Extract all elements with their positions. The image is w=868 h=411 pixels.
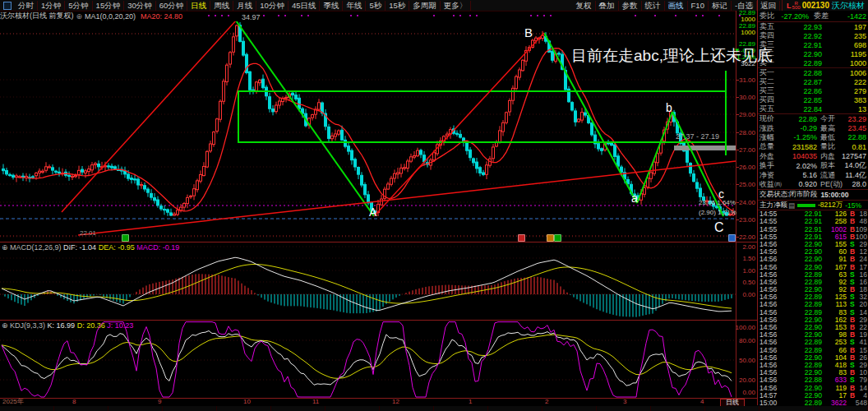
queue-row-bid: 买三22.86279 (758, 86, 868, 95)
month-label-2025年[interactable]: 2025年 (2, 399, 24, 405)
menu-item-季线[interactable]: 季线 (320, 1, 343, 11)
menu-item-更多〉[interactable]: 更多〉 (441, 1, 472, 11)
month-label-3[interactable]: 3 (623, 399, 626, 405)
axis-tick (736, 167, 739, 168)
menu-item-复权[interactable]: 复权 (573, 1, 596, 11)
chart-title-bar: 沃尔核材(日线 前复权) ⊕ MA1(0,0,20,20) MA20: 24.8… (0, 11, 736, 21)
bottom-toolbar-cell[interactable] (271, 406, 326, 411)
menu-item-参数[interactable]: 参数 (619, 1, 642, 11)
pane-divider[interactable] (0, 320, 757, 321)
menu-item-F10[interactable]: F10 (688, 1, 709, 11)
menu-item-10分钟[interactable]: 10分钟 (256, 1, 289, 11)
menu-item-标记[interactable]: 标记 (709, 1, 732, 11)
queue-price: 22.90 (786, 50, 822, 58)
resistance-band (674, 145, 736, 150)
queue-vol: 383 (824, 96, 866, 104)
bottom-toolbar-cell[interactable] (108, 406, 163, 411)
menu-item-画线[interactable]: 画线 (665, 1, 688, 11)
weibi-value: -27.20% (776, 12, 809, 21)
trading-status: 交易状态:闭市阶段 (758, 190, 817, 200)
menu-item-15分钟[interactable]: 15分钟 (93, 1, 125, 11)
menu-item-返回[interactable]: 返回 (757, 1, 780, 11)
macd-chart[interactable] (0, 242, 736, 320)
menu-item-60分钟[interactable]: 60分钟 (156, 1, 188, 11)
tick-price: 22.88 (791, 376, 822, 384)
stat-label: 收益㈣ (758, 179, 782, 190)
menu-item-叠加[interactable]: 叠加 (596, 1, 619, 11)
stat-row: 涨跌-0.29最高23.45 (758, 123, 868, 132)
month-label-11[interactable]: 11 (312, 399, 319, 405)
bottom-toolbar-cell[interactable] (488, 406, 542, 411)
bottom-toolbar-cell[interactable] (705, 406, 760, 411)
kdj-axis-label: 0.00 (742, 389, 755, 396)
macd-axis-label: 0.50 (742, 279, 755, 286)
menu-item-周线[interactable]: 周线 (210, 1, 233, 11)
stat-row: 涨幅-1.25%最低22.88 (758, 133, 868, 142)
trend-line (374, 33, 544, 216)
bottom-toolbar-cell[interactable] (434, 406, 488, 411)
bottom-toolbar-cell[interactable] (380, 406, 434, 411)
queue-vol: 1000 (824, 59, 866, 67)
tick-list: 14:5522.91126B1814:5522.91258B4814:5522.… (758, 210, 868, 407)
period-menu: 分时1分钟5分钟15分钟30分钟60分钟日线周线月线10分钟45日线季线年线5秒… (15, 1, 471, 11)
bottom-toolbar-cell[interactable] (163, 406, 217, 411)
time-axis: 2025年891011121234 (0, 399, 757, 405)
menu-item-统计[interactable]: 统计 (642, 1, 665, 11)
menu-item-年线[interactable]: 年线 (343, 1, 366, 11)
bottom-toolbar-cell[interactable] (542, 406, 597, 411)
tick-price: 22.89 (791, 399, 822, 407)
month-label-2[interactable]: 2 (545, 399, 548, 405)
menu-item-多周期[interactable]: 多周期 (409, 1, 441, 11)
stat-value: 23.29 (830, 115, 866, 123)
fund-label: 主力净额 (758, 201, 787, 210)
month-label-9[interactable]: 9 (158, 399, 161, 405)
month-label-4[interactable]: 4 (700, 399, 704, 405)
top-menu-bar: 分时1分钟5分钟15分钟30分钟60分钟日线周线月线10分钟45日线季线年线5秒… (0, 0, 868, 12)
menu-item-日线[interactable]: 日线 (187, 1, 210, 11)
kdj-chart[interactable] (0, 321, 736, 398)
bottom-toolbar-cell[interactable] (597, 406, 651, 411)
month-label-1[interactable]: 1 (469, 399, 472, 405)
queue-vol: 1006 (824, 69, 866, 77)
price-axis-label: 29.00 (739, 111, 755, 118)
level2-icon: L (786, 2, 792, 10)
queue-row-ask: 卖二22.901195 (758, 49, 868, 58)
queue-price: 22.93 (786, 23, 822, 31)
bottom-toolbar-cell[interactable] (651, 406, 705, 411)
stat-value: 28.0 (830, 180, 866, 188)
menu-item-1分钟[interactable]: 1分钟 (38, 1, 65, 11)
bottom-toolbar-cell[interactable] (217, 406, 271, 411)
price-axis-label: 26.00 (739, 164, 755, 171)
kdj-axis-label: 80.00 (739, 337, 755, 344)
menu-item-30分钟[interactable]: 30分钟 (124, 1, 156, 11)
fund-chart-icon[interactable]: ▤ (787, 201, 795, 210)
wave-line (236, 21, 374, 216)
month-label-8[interactable]: 8 (72, 399, 76, 405)
menu-item-15秒[interactable]: 15秒 (386, 1, 409, 11)
queue-price: 22.87 (786, 78, 822, 86)
menu-item-45日线[interactable]: 45日线 (289, 1, 321, 11)
queue-row-bid: 买一22.881006 (758, 68, 868, 77)
fund-pct: -15% (843, 201, 861, 210)
bottom-toolbar-cell[interactable] (326, 406, 380, 411)
tick-volume: 633 (824, 376, 847, 384)
month-label-10[interactable]: 10 (243, 399, 251, 405)
pane-divider[interactable] (0, 242, 757, 242)
axis-tick (736, 132, 739, 133)
month-label-12[interactable]: 12 (392, 399, 399, 405)
j-line (2, 322, 732, 397)
macd-axis-label: 0.00 (742, 291, 755, 298)
tick-time: 14:56 (758, 256, 783, 263)
menu-item-5秒[interactable]: 5秒 (366, 1, 386, 11)
k-line (2, 330, 732, 386)
window-icon[interactable] (3, 2, 12, 10)
tick-price: 22.90 (791, 256, 822, 263)
menu-item-月线[interactable]: 月线 (233, 1, 256, 11)
menu-item-分时[interactable]: 分时 (15, 1, 38, 11)
bottom-toolbar-cell[interactable] (0, 406, 54, 411)
expand-icon[interactable]: ⊕ (74, 12, 85, 21)
candlestick-chart[interactable] (0, 21, 736, 242)
menu-item-5分钟[interactable]: 5分钟 (65, 1, 92, 11)
weibi-row: 委比 -27.20% 委差 -1422 (758, 11, 868, 22)
bottom-toolbar-cell[interactable] (54, 406, 108, 411)
